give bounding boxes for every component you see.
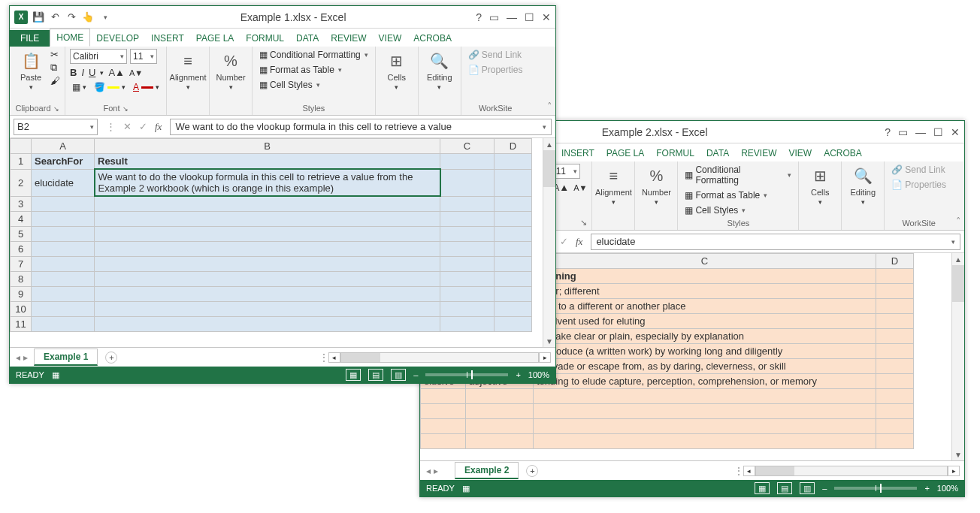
row-header-9[interactable]: 9 bbox=[11, 286, 32, 301]
page-break-view-icon[interactable]: ▥ bbox=[800, 482, 815, 494]
cell-styles-button[interactable]: ▦ Cell Styles bbox=[257, 79, 371, 91]
row-header-7[interactable]: 7 bbox=[11, 256, 32, 271]
borders-button[interactable]: ▦▾ bbox=[70, 81, 89, 93]
fx-icon[interactable]: fx bbox=[576, 236, 582, 248]
tab-page-layout[interactable]: PAGE LA bbox=[600, 145, 650, 161]
zoom-in-icon[interactable]: + bbox=[924, 484, 929, 493]
redo-icon[interactable]: ↷ bbox=[65, 11, 77, 23]
underline-button[interactable]: U bbox=[89, 67, 95, 78]
cell-c5[interactable]: to make clear or plain, especially by ex… bbox=[534, 329, 876, 344]
horizontal-scrollbar[interactable]: ⋮ ◂ ▸ bbox=[122, 352, 551, 363]
cell-d1[interactable] bbox=[495, 154, 532, 170]
cell-c3[interactable]: in or to a different or another place bbox=[534, 299, 876, 314]
col-header-c[interactable]: C bbox=[534, 254, 876, 269]
col-header-d[interactable]: D bbox=[876, 254, 914, 269]
normal-view-icon[interactable]: ▦ bbox=[346, 369, 361, 381]
ribbon-options-icon[interactable]: ▭ bbox=[489, 11, 499, 23]
close-icon[interactable]: ✕ bbox=[951, 126, 960, 138]
tab-develop[interactable]: DEVELOP bbox=[90, 30, 145, 47]
decrease-font-icon[interactable]: A▼ bbox=[129, 68, 143, 77]
new-sheet-button[interactable]: + bbox=[526, 465, 538, 477]
tab-insert[interactable]: INSERT bbox=[145, 30, 190, 47]
scroll-up-icon[interactable]: ▲ bbox=[546, 138, 553, 150]
scroll-up-icon[interactable]: ▲ bbox=[954, 253, 962, 265]
tab-nav-prev-icon[interactable]: ◂ bbox=[426, 466, 431, 476]
cell-c6[interactable]: to produce (a written work) by working l… bbox=[534, 344, 876, 359]
italic-button[interactable]: I bbox=[81, 67, 84, 78]
decrease-font-icon[interactable]: A▼ bbox=[573, 183, 587, 192]
row-header-6[interactable]: 6 bbox=[11, 241, 32, 256]
vertical-scrollbar[interactable]: ▲ ▼ bbox=[543, 138, 555, 347]
col-header-c[interactable]: C bbox=[440, 139, 495, 154]
undo-icon[interactable]: ↶ bbox=[49, 11, 61, 23]
format-painter-icon[interactable]: 🖌 bbox=[50, 75, 60, 86]
row-header-1[interactable]: 1 bbox=[11, 154, 32, 170]
font-name-combo[interactable]: Calibri bbox=[70, 49, 127, 64]
cell-c2[interactable] bbox=[440, 169, 495, 196]
hscroll-right-icon[interactable]: ▸ bbox=[948, 466, 960, 476]
cell-d2[interactable] bbox=[495, 169, 532, 196]
sheet-tab-example1[interactable]: Example 1 bbox=[34, 349, 98, 366]
spreadsheet-grid[interactable]: A B C D 1 SearchFor Result 2 elucidate W… bbox=[10, 138, 532, 332]
row-header-2[interactable]: 2 bbox=[11, 169, 32, 196]
collapse-ribbon-icon[interactable]: ˄ bbox=[956, 216, 961, 227]
editing-button[interactable]: 🔍Editing▾ bbox=[846, 164, 879, 206]
editing-button[interactable]: 🔍 Editing ▾ bbox=[423, 49, 456, 91]
macro-icon[interactable]: ▦ bbox=[462, 484, 470, 493]
close-icon[interactable]: ✕ bbox=[542, 11, 551, 23]
tab-page-layout[interactable]: PAGE LA bbox=[190, 30, 240, 47]
help-icon[interactable]: ? bbox=[885, 126, 891, 138]
col-header-d[interactable]: D bbox=[495, 139, 532, 154]
tab-acrobat[interactable]: ACROBA bbox=[407, 30, 458, 47]
col-header-b[interactable]: B bbox=[95, 139, 440, 154]
tab-formulas[interactable]: FORMUL bbox=[240, 30, 290, 47]
row-header-4[interactable]: 4 bbox=[11, 211, 32, 226]
cell-c4[interactable]: a solvent used for eluting bbox=[534, 314, 876, 329]
hscroll-left-icon[interactable]: ◂ bbox=[328, 352, 340, 363]
cell-c2[interactable]: other; different bbox=[534, 284, 876, 299]
fx-icon[interactable]: fx bbox=[155, 121, 162, 133]
fill-color-button[interactable]: 🪣▾ bbox=[92, 81, 128, 93]
cell-c1[interactable] bbox=[440, 154, 495, 170]
enter-icon[interactable]: ✓ bbox=[560, 236, 568, 247]
font-size-combo[interactable]: 11 bbox=[130, 49, 157, 64]
vertical-scrollbar[interactable]: ▲ ▼ bbox=[951, 253, 964, 460]
copy-icon[interactable]: ⧉ bbox=[50, 62, 60, 74]
cancel-icon[interactable]: ✕ bbox=[123, 121, 132, 132]
number-button[interactable]: %Number▾ bbox=[640, 164, 673, 206]
row-header-11[interactable]: 11 bbox=[11, 316, 32, 331]
tab-file[interactable]: FILE bbox=[10, 30, 50, 47]
tab-nav-next-icon[interactable]: ▸ bbox=[23, 352, 28, 363]
zoom-out-icon[interactable]: – bbox=[822, 484, 827, 493]
tab-view[interactable]: VIEW bbox=[783, 145, 818, 161]
cells-button[interactable]: ⊞Cells▾ bbox=[803, 164, 836, 206]
tab-acrobat[interactable]: ACROBA bbox=[818, 145, 868, 161]
sheet-tab-example2[interactable]: Example 2 bbox=[455, 462, 519, 479]
increase-font-icon[interactable]: A▲ bbox=[108, 67, 125, 78]
qat-more-icon[interactable] bbox=[98, 11, 110, 23]
enter-icon[interactable]: ✓ bbox=[139, 121, 147, 132]
normal-view-icon[interactable]: ▦ bbox=[755, 482, 770, 494]
formula-input[interactable]: We want to do the vlookup formula in thi… bbox=[170, 119, 552, 135]
new-sheet-button[interactable]: + bbox=[105, 352, 117, 364]
cell-c7[interactable]: to evade or escape from, as by daring, c… bbox=[534, 359, 876, 374]
macro-icon[interactable]: ▦ bbox=[52, 370, 59, 380]
zoom-in-icon[interactable]: + bbox=[516, 370, 520, 379]
page-layout-view-icon[interactable]: ▤ bbox=[368, 369, 383, 381]
formula-input[interactable]: elucidate bbox=[591, 234, 960, 250]
cell-styles-button[interactable]: ▦ Cell Styles bbox=[682, 204, 794, 216]
cell-b2[interactable]: We want to do the vlookup formula in thi… bbox=[95, 169, 440, 196]
tab-view[interactable]: VIEW bbox=[373, 30, 408, 47]
tab-insert[interactable]: INSERT bbox=[555, 145, 600, 161]
page-layout-view-icon[interactable]: ▤ bbox=[777, 482, 792, 494]
zoom-out-icon[interactable]: – bbox=[413, 370, 418, 379]
cell-c1[interactable]: Meaning bbox=[534, 269, 876, 284]
tab-home[interactable]: HOME bbox=[50, 29, 90, 47]
select-all-corner[interactable] bbox=[11, 139, 32, 154]
hscroll-left-icon[interactable]: ◂ bbox=[743, 466, 755, 476]
col-header-a[interactable]: A bbox=[32, 139, 95, 154]
bold-button[interactable]: B bbox=[70, 67, 77, 78]
paste-button[interactable]: 📋 Paste ▾ bbox=[14, 49, 47, 91]
scroll-down-icon[interactable]: ▼ bbox=[954, 448, 962, 460]
alignment-button[interactable]: ≡ Alignment ▾ bbox=[171, 49, 204, 91]
